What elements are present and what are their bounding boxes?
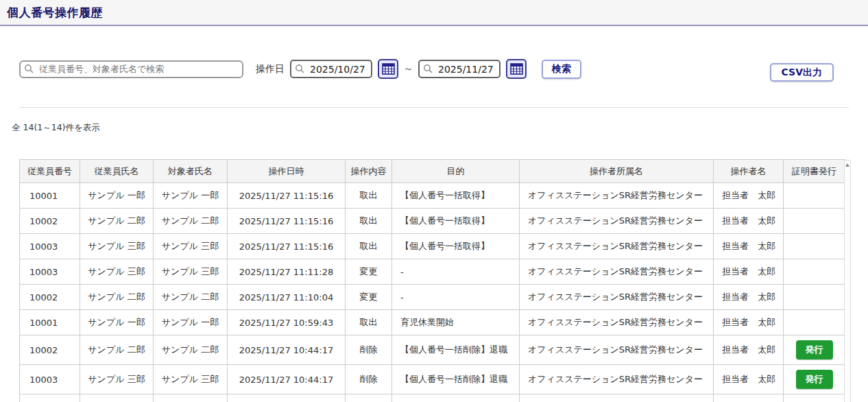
cell-department: オフィスステーションSR経営労務センター [520,310,714,335]
table-row: 10003 サンプル 三郎 サンプル 三郎 2025/11/27 10:12:5… [20,394,845,402]
cell-target-name: サンプル 三郎 [154,394,228,402]
cell-purpose: - [392,259,520,285]
search-button[interactable]: 検索 [542,60,581,79]
col-header-employee-no: 従業員番号 [20,160,80,183]
cell-employee-name: サンプル 三郎 [80,394,154,402]
cell-employee-name: サンプル 三郎 [80,259,154,285]
table-header-row: 従業員番号 従業員氏名 対象者氏名 操作日時 操作内容 目的 操作者所属名 操作… [20,160,845,183]
cell-operation: 取出 [346,234,392,259]
table-row: 10003 サンプル 三郎 サンプル 三郎 2025/11/27 11:11:2… [20,259,845,285]
history-table: 従業員番号 従業員氏名 対象者氏名 操作日時 操作内容 目的 操作者所属名 操作… [19,159,851,402]
cell-operation: 変更 [346,259,392,285]
table-scrollbar[interactable] [844,160,851,402]
cell-target-name: サンプル 一郎 [154,183,228,209]
table-row: 10001 サンプル 一郎 サンプル 一郎 2025/11/27 11:15:1… [20,183,845,209]
cell-operator: 担当者 太郎 [714,310,784,335]
table-row: 10002 サンプル 二郎 サンプル 二郎 2025/11/27 11:15:1… [20,209,845,234]
col-header-operator: 操作者名 [714,160,784,183]
cell-target-name: サンプル 二郎 [154,335,228,365]
cell-operator: 担当者 太郎 [714,285,784,310]
cell-certificate: 発行 [784,335,845,365]
cell-purpose: 【個人番号一括削除】退職 [392,335,520,365]
cell-target-name: サンプル 二郎 [154,285,228,310]
table-row: 10002 サンプル 二郎 サンプル 二郎 2025/11/27 11:10:0… [20,285,845,310]
cell-certificate [784,183,845,209]
cell-purpose: 【個人番号一括取得】 [392,209,520,234]
cell-operation: 保管 [346,394,392,402]
date-range-separator: ～ [403,62,413,75]
cell-certificate [784,310,845,335]
search-input[interactable] [19,60,243,78]
cell-purpose: 【個人番号一括削除】退職 [392,365,520,394]
cell-operator: 担当者 太郎 [714,259,784,285]
table-row: 10003 サンプル 三郎 サンプル 三郎 2025/11/27 11:15:1… [20,234,845,259]
cell-purpose: 【個人番号一括追加】 [392,394,520,402]
cell-employee-no: 10003 [20,259,80,285]
toolbar-divider [19,107,849,108]
col-header-purpose: 目的 [392,160,520,183]
toolbar: 操作日 ～ [19,56,849,82]
cell-certificate: 発行 [784,365,845,394]
cell-employee-name: サンプル 三郎 [80,365,154,394]
cell-datetime: 2025/11/27 10:59:43 [228,310,346,335]
table-row: 10002 サンプル 二郎 サンプル 二郎 2025/11/27 10:44:1… [20,335,845,365]
scroll-up-arrow-icon[interactable] [845,163,849,167]
page-header: 個人番号操作履歴 [0,0,868,26]
cell-certificate [784,259,845,285]
cell-operator: 担当者 太郎 [714,365,784,394]
issue-button[interactable]: 発行 [796,370,833,389]
cell-department: オフィスステーションSR経営労務センター [520,365,714,394]
cell-department: オフィスステーションSR経営労務センター [520,183,714,209]
cell-datetime: 2025/11/27 11:15:16 [228,209,346,234]
cell-employee-no: 10001 [20,310,80,335]
cell-datetime: 2025/11/27 11:15:16 [228,234,346,259]
cell-purpose: 【個人番号一括取得】 [392,234,520,259]
cell-purpose: - [392,285,520,310]
date-to-calendar-button[interactable] [506,59,527,79]
cell-employee-name: サンプル 一郎 [80,183,154,209]
cell-employee-name: サンプル 二郎 [80,335,154,365]
issue-button[interactable]: 発行 [796,340,833,359]
cell-operation: 取出 [346,209,392,234]
cell-certificate [784,285,845,310]
col-header-operation: 操作内容 [346,160,392,183]
cell-department: オフィスステーションSR経営労務センター [520,234,714,259]
cell-employee-name: サンプル 二郎 [80,285,154,310]
calendar-icon [382,63,395,75]
date-to-input[interactable] [418,60,501,78]
cell-operator: 担当者 太郎 [714,394,784,402]
cell-purpose: 【個人番号一括取得】 [392,183,520,209]
history-table-body: 10001 サンプル 一郎 サンプル 一郎 2025/11/27 11:15:1… [20,183,845,402]
cell-datetime: 2025/11/27 10:12:55 [228,394,346,402]
record-count: 全 14(1～14)件を表示 [12,122,849,134]
cell-employee-name: サンプル 三郎 [80,234,154,259]
cell-employee-name: サンプル 一郎 [80,310,154,335]
cell-datetime: 2025/11/27 10:44:17 [228,365,346,394]
cell-datetime: 2025/11/27 10:44:17 [228,335,346,365]
cell-operator: 担当者 太郎 [714,335,784,365]
cell-datetime: 2025/11/27 11:10:04 [228,285,346,310]
calendar-icon [510,63,523,75]
cell-employee-name: サンプル 二郎 [80,209,154,234]
cell-certificate [784,394,845,402]
date-label: 操作日 [256,63,285,75]
date-from-input[interactable] [290,60,372,78]
col-header-employee-name: 従業員氏名 [80,160,154,183]
cell-department: オフィスステーションSR経営労務センター [520,285,714,310]
cell-employee-no: 10002 [20,209,80,234]
cell-target-name: サンプル 二郎 [154,209,228,234]
col-header-datetime: 操作日時 [228,160,346,183]
page-title: 個人番号操作履歴 [7,5,861,21]
date-from-calendar-button[interactable] [378,59,398,79]
cell-certificate [784,209,845,234]
table-row: 10001 サンプル 一郎 サンプル 一郎 2025/11/27 10:59:4… [20,310,845,335]
col-header-department: 操作者所属名 [520,160,714,183]
cell-employee-no: 10003 [20,394,80,402]
cell-operator: 担当者 太郎 [714,183,784,209]
col-header-target-name: 対象者氏名 [154,160,228,183]
csv-export-button[interactable]: CSV出力 [770,63,834,82]
cell-department: オフィスステーションSR経営労務センター [520,259,714,285]
cell-operator: 担当者 太郎 [714,209,784,234]
cell-datetime: 2025/11/27 11:15:16 [228,183,346,209]
cell-purpose: 育児休業開始 [392,310,520,335]
